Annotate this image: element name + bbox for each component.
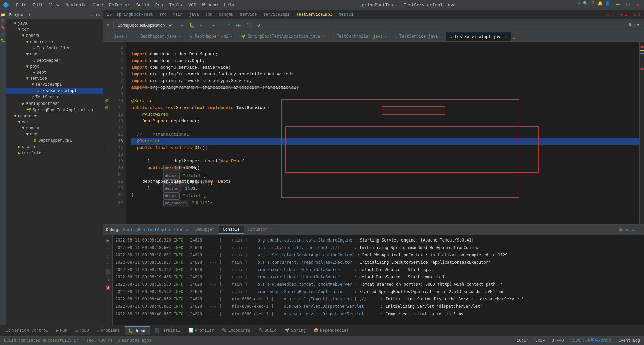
tab-springboottestapp[interactable]: 🌱 SpringBootTestApplication.java ✕ [237,32,328,41]
tree-item-com[interactable]: ▼ com [6,27,103,33]
left-icon-project[interactable]: 📁 [1,13,5,17]
tab-testcontroller[interactable]: ☕ TestController.java ✕ [328,32,391,41]
tree-item-res-com[interactable]: ▼ com [6,119,103,125]
bc-test01[interactable]: test01 [339,12,353,17]
tabs-overflow[interactable]: ▾ [513,36,515,41]
sidebar-expand-icon[interactable]: ⊞ [91,13,93,17]
tree-item-deptmapper-xml[interactable]: 🗎 DeptMapper.xml [6,137,103,144]
event-log-btn[interactable]: Event Log [617,338,641,343]
coverage-btn[interactable]: ☂ [198,22,204,29]
tree-item-java[interactable]: ▼ java [6,21,103,27]
menu-build[interactable]: Build [133,2,152,8]
tree-item-testcontroller[interactable]: ☕ TestController [6,45,103,51]
debug-clear-btn[interactable]: 🗑 [617,227,624,233]
debug-tab-debugger[interactable]: Debugger [191,226,219,234]
tree-item-deptmapper[interactable]: ☕ DeptMapper [6,57,103,64]
tree-item-testservice[interactable]: ◎ TestService [6,94,103,100]
debug-tab-actuator[interactable]: Actuator [244,226,272,234]
menu-edit[interactable]: Edit [30,2,46,8]
charset-indicator[interactable]: UTF-8 [550,338,565,343]
bottom-tab-dependencies[interactable]: 📦 Dependencies [310,327,352,334]
sidebar-gear-icon[interactable]: ⚙ [98,13,100,17]
code-editor[interactable]: 🌿 🌿 → [103,42,644,224]
tab-tsi-close[interactable]: ✕ [505,35,507,39]
tree-item-pojo[interactable]: ▼ pojo [6,64,103,70]
tree-item-springboottestapp[interactable]: 🌱 SpringBootTestApplication [6,107,103,113]
tab-java-close[interactable]: ✕ [126,34,128,39]
tree-item-static[interactable]: ▶ static [6,144,103,150]
tree-item-templates[interactable]: ▶ templates [6,150,103,156]
bc-src[interactable]: src [159,12,167,17]
bottom-tab-terminal[interactable]: ⬛ Terminal [151,327,184,334]
bottom-tab-profiler[interactable]: 📊 Profiler [185,327,217,334]
tab-ts-close[interactable]: ✕ [440,34,442,39]
menu-file[interactable]: File [13,2,29,8]
step-over-btn[interactable]: ↷ [210,22,217,29]
tree-item-dongmu[interactable]: ▼ dongmu [6,33,103,39]
run-btn[interactable]: ▶ [179,22,185,29]
bottom-tab-spring[interactable]: 🌱 Spring [281,327,309,334]
tab-dmx-close[interactable]: ✕ [230,34,232,39]
step-out-btn[interactable]: ↑ [226,22,232,29]
tree-item-testserviceimpl[interactable]: ☕ TestServiceImpl [6,88,103,94]
tree-item-service[interactable]: ▼ service [6,76,103,82]
sidebar-collapse-icon[interactable]: ⊟ [95,13,97,17]
tab-deptmapper-java[interactable]: ☕ DeptMapper.java ✕ [132,32,185,41]
mute-btn[interactable]: 🔇 [105,285,111,291]
maximize-btn[interactable]: □ [624,1,632,9]
debug-settings-btn[interactable]: ⚙ [625,227,630,233]
bottom-tab-endpoints[interactable]: 🔌 Endpoints [219,327,254,334]
menu-run[interactable]: Run [153,2,166,8]
debug-layout-btn[interactable]: ⊞ [631,227,636,233]
bc-project[interactable]: 25: springboot-test [107,12,153,17]
bottom-tab-todo[interactable]: ☑ TODO [72,327,92,334]
menu-vcs[interactable]: VCS [185,2,199,8]
code-content[interactable]: import com.dongmu.dao.DeptMapper; import… [126,42,644,224]
debug-minimize-btn[interactable]: ─ [636,227,641,233]
step-out-side-btn[interactable]: ↑ [107,262,109,267]
menu-view[interactable]: View [46,2,62,8]
bottom-tab-debug[interactable]: 🐛 Debug [125,326,150,335]
tree-item-res-dongmu[interactable]: ▼ dongmu [6,125,103,131]
resume-side-btn[interactable]: ▶ [107,238,109,243]
search-everywhere-icon[interactable]: 🔍 [628,23,633,27]
tree-item-dao[interactable]: ▼ dao [6,51,103,57]
debug-tab-console[interactable]: Console [219,226,244,234]
tab-dm-close[interactable]: ✕ [178,34,180,39]
tab-testservice[interactable]: ☕ TestService.java ✕ [391,32,446,41]
resume-btn[interactable]: ▶▶ [234,22,243,29]
tree-item-controller[interactable]: ▼ controller [6,39,103,45]
bottom-tab-problems[interactable]: ⚠ Problems [94,327,123,334]
tree-item-res-dao[interactable]: ▼ dao [6,131,103,137]
bc-com[interactable]: com [205,12,213,17]
bc-java[interactable]: java [189,12,199,17]
tab-tc-close[interactable]: ✕ [385,34,387,39]
debug-close[interactable]: ✕ [186,228,189,232]
left-icon-run[interactable]: ▶ [2,32,4,36]
step-into-side-btn[interactable]: ↓ [107,254,109,259]
stop-side-btn[interactable]: ⬛ [105,269,111,275]
tree-item-dept[interactable]: ● Dept [6,70,103,76]
minimize-btn[interactable]: ─ [614,1,622,9]
debug-app-name[interactable]: SpringBootTestApplication [123,228,183,232]
menu-navigate[interactable]: Navigate [63,2,89,8]
position-indicator[interactable]: 16:14 [515,338,530,343]
close-btn[interactable]: ✕ [634,1,641,9]
tree-item-serviceimpl-folder[interactable]: ▼ serviceImpl [6,82,103,88]
bc-main[interactable]: main [173,12,183,17]
menu-help[interactable]: Help [221,2,237,8]
left-icon-structure[interactable]: 🏗 [1,19,5,23]
menu-refactor[interactable]: Refactor [106,2,132,8]
restart-side-btn[interactable]: ↺ [107,277,109,283]
bc-testserviceimpl[interactable]: TestServiceImpl [296,12,332,17]
restart-btn[interactable]: ↺ [255,22,262,29]
bc-serviceimpl[interactable]: serviceImpl [263,12,290,17]
debug-content[interactable]: 2022-08-11 00:08:18.326 INFO 24628 --- [… [113,235,644,325]
menu-code[interactable]: Code [90,2,106,8]
debug-btn[interactable]: 🐛 [187,22,196,29]
left-icon-bookmark[interactable]: 🔖 [1,25,5,30]
step-into-btn[interactable]: ↓ [218,22,224,29]
crlf-indicator[interactable]: CRLF [534,338,546,343]
tab-deptmapper-xml[interactable]: 🗎 DeptMapper.xml ✕ [185,32,237,41]
menu-tools[interactable]: Tools [166,2,185,8]
